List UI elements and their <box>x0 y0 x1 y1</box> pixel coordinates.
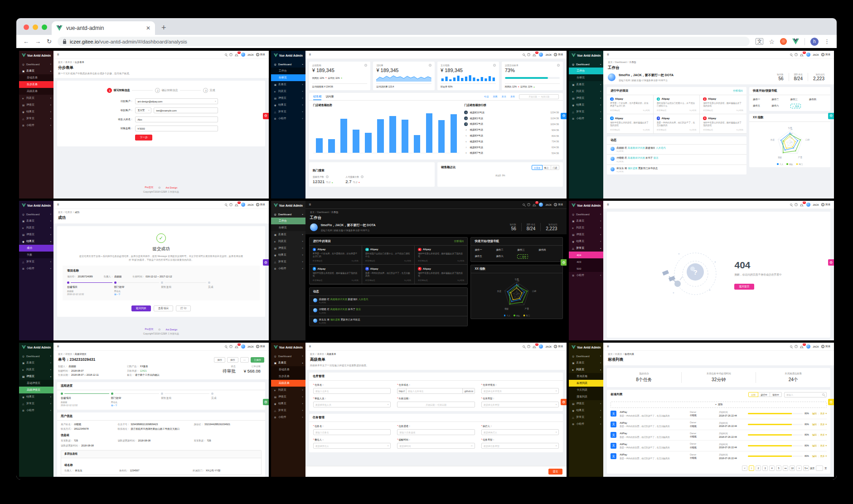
sidebar-item[interactable]: ▣表单页▾ <box>19 218 53 224</box>
notification-bell[interactable]: 13 <box>800 53 804 57</box>
bookmark-star-icon[interactable]: ☆ <box>769 38 775 45</box>
payee-type-select[interactable]: 支付宝▾ <box>135 107 151 113</box>
menu-fold-icon[interactable]: ≡ <box>57 203 59 207</box>
sidebar-item[interactable]: ◉结果页▾ <box>19 393 53 400</box>
quick-op-link[interactable]: 操作六 <box>496 255 516 258</box>
menu-fold-icon[interactable]: ≡ <box>607 344 609 349</box>
sidebar-item[interactable]: ◎Dashboard▾ <box>569 211 603 218</box>
sidebar-item[interactable]: ◎Dashboard▴ <box>271 211 305 218</box>
breadcrumb-item[interactable]: 表单页 <box>65 61 73 64</box>
user-avatar[interactable] <box>539 203 543 207</box>
feed-link[interactable]: 高逼格设计天团 <box>628 156 645 159</box>
breadcrumb-item[interactable]: 首页 <box>310 211 315 214</box>
tab-close-icon[interactable]: ✕ <box>146 25 150 31</box>
help-icon[interactable]: ? <box>229 53 233 56</box>
breadcrumb-item[interactable]: 表单页 <box>317 353 325 356</box>
help-icon[interactable]: ? <box>229 203 233 206</box>
sidebar-item[interactable]: 成功 <box>19 245 53 252</box>
range-link[interactable]: 今日 <box>484 95 489 98</box>
action-button[interactable]: ⋯ <box>240 357 249 363</box>
sidebar-item[interactable]: ◉结果页▾ <box>569 238 603 245</box>
field-select[interactable]: 请选择仓库管理员▾ <box>481 388 559 394</box>
sidebar-item[interactable]: ≡列表页▾ <box>19 224 53 231</box>
sidebar-item[interactable]: 卡片列表 <box>569 387 603 393</box>
help-icon[interactable]: ? <box>229 345 233 348</box>
edit-link[interactable]: 编辑 <box>812 423 817 426</box>
project-card[interactable]: AAlipay那是一种内在的东西，他们到达不了，也无法触及的科学搬砖组9小时前 <box>654 114 700 134</box>
edit-link[interactable]: 编辑 <box>812 444 817 447</box>
page-number[interactable]: 5 <box>776 465 781 471</box>
field-input[interactable]: 请输入任务名 <box>313 429 391 435</box>
project-name[interactable]: Alipay <box>370 267 378 270</box>
field-input[interactable]: test@example.com <box>154 107 218 113</box>
vue-devtools-icon[interactable] <box>792 39 799 44</box>
quick-op-link[interactable]: 操作二 <box>771 98 789 101</box>
search-icon[interactable] <box>225 53 227 56</box>
page-number[interactable]: 3 <box>762 465 768 471</box>
project-group[interactable]: 科学搬砖组 <box>313 279 322 281</box>
sidebar-item[interactable]: 失败 <box>19 252 53 258</box>
sidebar-item[interactable]: 高级表单 <box>19 88 53 95</box>
username-label[interactable]: JACK <box>813 345 819 348</box>
page-number[interactable]: 2 <box>756 465 761 471</box>
more-link[interactable]: 更多 ▾ <box>820 444 827 447</box>
filter-option[interactable]: 等待中 <box>770 392 782 397</box>
sidebar-item[interactable]: ◉结果页▾ <box>569 102 603 108</box>
project-group[interactable]: 科学搬砖组 <box>418 279 427 281</box>
user-avatar[interactable] <box>241 203 245 207</box>
sidebar-item[interactable]: ▤详情页▾ <box>271 95 305 102</box>
sidebar-item[interactable]: ⊞小组件▾ <box>19 407 53 414</box>
project-group[interactable]: 科学搬砖组 <box>365 260 375 262</box>
new-tab-button[interactable]: + <box>161 23 166 33</box>
project-name[interactable]: Alipay <box>423 267 431 270</box>
breadcrumb-item[interactable]: Dashboard <box>615 61 626 64</box>
sidebar-item[interactable]: ⊞小组件▾ <box>19 265 53 272</box>
project-name[interactable]: Alipay <box>708 97 716 100</box>
sidebar-item[interactable]: ◉结果页▾ <box>271 252 305 258</box>
theme-settings-button[interactable]: ⚙ <box>561 259 567 266</box>
sidebar-item[interactable]: ▣表单页▾ <box>569 218 603 224</box>
sidebar-item[interactable]: △异常页▾ <box>569 414 603 421</box>
quick-op-link[interactable]: 操作二 <box>496 248 516 252</box>
sidebar-item[interactable]: ▣表单页▴ <box>19 68 53 74</box>
sidebar-item[interactable]: ⊞小组件▾ <box>569 421 603 427</box>
project-name[interactable]: Alipay <box>708 117 716 120</box>
sidebar-item[interactable]: ≡列表页▾ <box>19 95 53 102</box>
project-card[interactable]: AAlipay那是一种内在的东西，他们到达不了，也无法触及的科学搬砖组9小时前 <box>362 265 415 284</box>
more-link[interactable]: 更多 ▾ <box>820 455 827 458</box>
sidebar-item[interactable]: ◎Dashboard▾ <box>19 353 53 359</box>
feed-link[interactable]: 高逼格设计天团 <box>628 146 645 149</box>
footer-link-ant[interactable]: Ant Design <box>165 186 177 189</box>
quick-op-link[interactable]: 操作五 <box>475 255 495 258</box>
sidebar-item[interactable]: ▤详情页▾ <box>271 245 305 252</box>
notification-bell[interactable]: 13 <box>800 203 804 207</box>
date-range-picker[interactable]: 开始日期~结束日期 <box>519 94 559 99</box>
feed-link[interactable]: 留言 <box>356 308 361 310</box>
project-group[interactable]: 科学搬砖组 <box>365 279 375 281</box>
project-name[interactable]: Alipay <box>370 248 378 251</box>
theme-settings-button[interactable]: ⚙ <box>561 399 567 405</box>
username-label[interactable]: JACK <box>545 204 552 206</box>
menu-fold-icon[interactable]: ≡ <box>607 53 609 57</box>
sidebar-item[interactable]: 高级表单 <box>271 380 305 387</box>
channel-option[interactable]: 门店 <box>551 165 560 170</box>
quick-op-link[interactable]: 操作四 <box>809 98 827 101</box>
user-avatar[interactable] <box>241 53 245 57</box>
field-select[interactable]: 请选择仓库类型▾ <box>481 402 559 407</box>
sidebar-item[interactable]: ▤详情页▾ <box>569 400 603 407</box>
help-icon[interactable]: ? <box>527 53 530 56</box>
feed-link[interactable]: 八月迭代 <box>359 298 368 300</box>
field-select[interactable]: 请选择任务类型▾ <box>481 443 559 449</box>
tab-item[interactable]: 销售额 <box>313 93 322 100</box>
user-avatar[interactable] <box>539 53 543 57</box>
search-input[interactable]: 请输入 <box>784 392 827 397</box>
project-card[interactable]: AAlipay希望是一个好东西，也许是最好的，好东西是不会消亡的科学搬砖组9小时… <box>607 95 654 115</box>
range-link[interactable]: 本月 <box>502 95 506 98</box>
sidebar-item[interactable]: ⊞小组件▾ <box>271 414 305 421</box>
project-group[interactable]: 科学搬砖组 <box>418 260 427 262</box>
sidebar-item[interactable]: ⊞小组件▾ <box>569 272 603 279</box>
all-projects-link[interactable]: 全部项目 <box>733 89 743 92</box>
username-label[interactable]: JACK <box>247 345 254 348</box>
urge-link[interactable]: 催一下 <box>111 404 160 407</box>
project-group[interactable]: 科学搬砖组 <box>610 109 620 111</box>
